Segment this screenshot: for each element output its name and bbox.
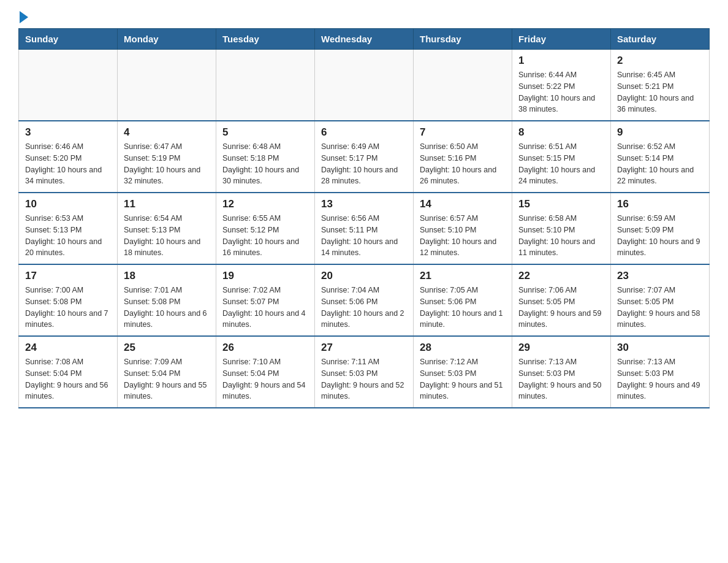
calendar-cell: 22Sunrise: 7:06 AM Sunset: 5:05 PM Dayli…: [512, 264, 611, 336]
day-info: Sunrise: 6:56 AM Sunset: 5:11 PM Dayligh…: [321, 213, 407, 259]
day-number: 28: [420, 342, 506, 354]
calendar-cell: 19Sunrise: 7:02 AM Sunset: 5:07 PM Dayli…: [216, 264, 315, 336]
calendar-cell: 15Sunrise: 6:58 AM Sunset: 5:10 PM Dayli…: [512, 193, 611, 264]
calendar-cell: 10Sunrise: 6:53 AM Sunset: 5:13 PM Dayli…: [19, 193, 118, 264]
calendar-cell: 20Sunrise: 7:04 AM Sunset: 5:06 PM Dayli…: [315, 264, 414, 336]
day-number: 8: [518, 126, 604, 139]
day-info: Sunrise: 7:00 AM Sunset: 5:08 PM Dayligh…: [25, 285, 111, 331]
day-number: 21: [420, 270, 506, 282]
day-header-thursday: Thursday: [414, 29, 512, 50]
calendar-cell: 11Sunrise: 6:54 AM Sunset: 5:13 PM Dayli…: [118, 193, 216, 264]
day-number: 17: [25, 270, 111, 282]
page-header: [18, 12, 710, 22]
calendar-cell: 27Sunrise: 7:11 AM Sunset: 5:03 PM Dayli…: [315, 336, 414, 408]
calendar-cell: [118, 50, 216, 121]
day-info: Sunrise: 7:10 AM Sunset: 5:04 PM Dayligh…: [222, 356, 308, 402]
day-info: Sunrise: 7:12 AM Sunset: 5:03 PM Dayligh…: [420, 356, 506, 402]
day-number: 7: [420, 126, 506, 139]
calendar-cell: [414, 50, 512, 121]
day-number: 15: [518, 198, 604, 210]
day-number: 13: [321, 198, 407, 210]
week-row-4: 17Sunrise: 7:00 AM Sunset: 5:08 PM Dayli…: [19, 264, 710, 336]
day-number: 30: [617, 342, 703, 354]
calendar-cell: 16Sunrise: 6:59 AM Sunset: 5:09 PM Dayli…: [611, 193, 710, 264]
day-number: 19: [222, 270, 308, 282]
day-info: Sunrise: 6:52 AM Sunset: 5:14 PM Dayligh…: [617, 141, 703, 187]
calendar-cell: 28Sunrise: 7:12 AM Sunset: 5:03 PM Dayli…: [414, 336, 512, 408]
logo: [18, 12, 28, 22]
week-row-2: 3Sunrise: 6:46 AM Sunset: 5:20 PM Daylig…: [19, 121, 710, 193]
day-header-saturday: Saturday: [611, 29, 710, 50]
day-header-monday: Monday: [118, 29, 216, 50]
calendar-cell: 18Sunrise: 7:01 AM Sunset: 5:08 PM Dayli…: [118, 264, 216, 336]
day-header-friday: Friday: [512, 29, 611, 50]
calendar-cell: 14Sunrise: 6:57 AM Sunset: 5:10 PM Dayli…: [414, 193, 512, 264]
day-info: Sunrise: 6:48 AM Sunset: 5:18 PM Dayligh…: [222, 141, 308, 187]
day-header-tuesday: Tuesday: [216, 29, 315, 50]
week-row-5: 24Sunrise: 7:08 AM Sunset: 5:04 PM Dayli…: [19, 336, 710, 408]
calendar-body: 1Sunrise: 6:44 AM Sunset: 5:22 PM Daylig…: [19, 50, 710, 408]
day-info: Sunrise: 6:59 AM Sunset: 5:09 PM Dayligh…: [617, 213, 703, 259]
calendar-cell: 24Sunrise: 7:08 AM Sunset: 5:04 PM Dayli…: [19, 336, 118, 408]
day-number: 22: [518, 270, 604, 282]
day-number: 11: [124, 198, 210, 210]
day-info: Sunrise: 7:11 AM Sunset: 5:03 PM Dayligh…: [321, 356, 407, 402]
day-info: Sunrise: 6:44 AM Sunset: 5:22 PM Dayligh…: [518, 69, 604, 115]
day-header-sunday: Sunday: [19, 29, 118, 50]
calendar-cell: 7Sunrise: 6:50 AM Sunset: 5:16 PM Daylig…: [414, 121, 512, 193]
calendar-cell: 1Sunrise: 6:44 AM Sunset: 5:22 PM Daylig…: [512, 50, 611, 121]
day-number: 18: [124, 270, 210, 282]
day-number: 9: [617, 126, 703, 139]
week-row-1: 1Sunrise: 6:44 AM Sunset: 5:22 PM Daylig…: [19, 50, 710, 121]
day-header-wednesday: Wednesday: [315, 29, 414, 50]
calendar-cell: 17Sunrise: 7:00 AM Sunset: 5:08 PM Dayli…: [19, 264, 118, 336]
day-number: 20: [321, 270, 407, 282]
day-number: 6: [321, 126, 407, 139]
day-info: Sunrise: 6:57 AM Sunset: 5:10 PM Dayligh…: [420, 213, 506, 259]
day-number: 5: [222, 126, 308, 139]
calendar-cell: 3Sunrise: 6:46 AM Sunset: 5:20 PM Daylig…: [19, 121, 118, 193]
day-info: Sunrise: 7:13 AM Sunset: 5:03 PM Dayligh…: [518, 356, 604, 402]
calendar-cell: 21Sunrise: 7:05 AM Sunset: 5:06 PM Dayli…: [414, 264, 512, 336]
day-info: Sunrise: 6:55 AM Sunset: 5:12 PM Dayligh…: [222, 213, 308, 259]
calendar-cell: [315, 50, 414, 121]
day-number: 2: [617, 55, 703, 67]
day-info: Sunrise: 7:09 AM Sunset: 5:04 PM Dayligh…: [124, 356, 210, 402]
day-number: 26: [222, 342, 308, 354]
day-number: 29: [518, 342, 604, 354]
day-info: Sunrise: 7:06 AM Sunset: 5:05 PM Dayligh…: [518, 285, 604, 331]
calendar-cell: 30Sunrise: 7:13 AM Sunset: 5:03 PM Dayli…: [611, 336, 710, 408]
calendar-cell: 6Sunrise: 6:49 AM Sunset: 5:17 PM Daylig…: [315, 121, 414, 193]
week-row-3: 10Sunrise: 6:53 AM Sunset: 5:13 PM Dayli…: [19, 193, 710, 264]
day-number: 24: [25, 342, 111, 354]
day-number: 12: [222, 198, 308, 210]
calendar-cell: 2Sunrise: 6:45 AM Sunset: 5:21 PM Daylig…: [611, 50, 710, 121]
day-info: Sunrise: 7:08 AM Sunset: 5:04 PM Dayligh…: [25, 356, 111, 402]
day-info: Sunrise: 7:01 AM Sunset: 5:08 PM Dayligh…: [124, 285, 210, 331]
calendar-cell: 26Sunrise: 7:10 AM Sunset: 5:04 PM Dayli…: [216, 336, 315, 408]
day-info: Sunrise: 7:07 AM Sunset: 5:05 PM Dayligh…: [617, 285, 703, 331]
day-number: 3: [25, 126, 111, 139]
calendar-cell: 12Sunrise: 6:55 AM Sunset: 5:12 PM Dayli…: [216, 193, 315, 264]
day-info: Sunrise: 7:13 AM Sunset: 5:03 PM Dayligh…: [617, 356, 703, 402]
calendar-cell: [19, 50, 118, 121]
day-info: Sunrise: 6:58 AM Sunset: 5:10 PM Dayligh…: [518, 213, 604, 259]
day-info: Sunrise: 6:49 AM Sunset: 5:17 PM Dayligh…: [321, 141, 407, 187]
day-number: 4: [124, 126, 210, 139]
logo-arrow-icon: [20, 11, 28, 23]
calendar-cell: 29Sunrise: 7:13 AM Sunset: 5:03 PM Dayli…: [512, 336, 611, 408]
day-info: Sunrise: 6:47 AM Sunset: 5:19 PM Dayligh…: [124, 141, 210, 187]
day-info: Sunrise: 7:05 AM Sunset: 5:06 PM Dayligh…: [420, 285, 506, 331]
day-info: Sunrise: 6:53 AM Sunset: 5:13 PM Dayligh…: [25, 213, 111, 259]
day-number: 23: [617, 270, 703, 282]
calendar-cell: 25Sunrise: 7:09 AM Sunset: 5:04 PM Dayli…: [118, 336, 216, 408]
day-number: 16: [617, 198, 703, 210]
day-info: Sunrise: 6:54 AM Sunset: 5:13 PM Dayligh…: [124, 213, 210, 259]
calendar-cell: 4Sunrise: 6:47 AM Sunset: 5:19 PM Daylig…: [118, 121, 216, 193]
day-info: Sunrise: 6:50 AM Sunset: 5:16 PM Dayligh…: [420, 141, 506, 187]
calendar-cell: 13Sunrise: 6:56 AM Sunset: 5:11 PM Dayli…: [315, 193, 414, 264]
calendar-cell: 9Sunrise: 6:52 AM Sunset: 5:14 PM Daylig…: [611, 121, 710, 193]
day-number: 1: [518, 55, 604, 67]
day-info: Sunrise: 6:45 AM Sunset: 5:21 PM Dayligh…: [617, 69, 703, 115]
header-row: SundayMondayTuesdayWednesdayThursdayFrid…: [19, 29, 710, 50]
